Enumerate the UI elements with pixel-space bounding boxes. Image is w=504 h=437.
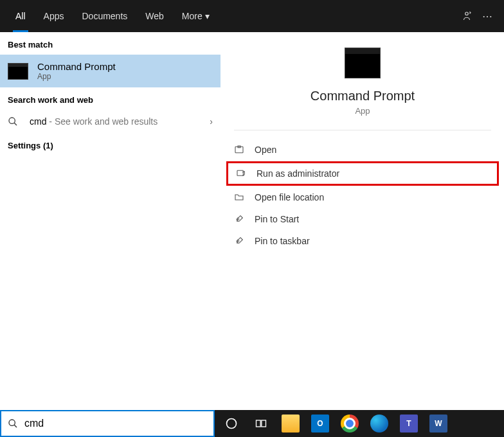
file-explorer-icon[interactable]	[282, 415, 300, 433]
tab-more-label: More	[182, 11, 203, 21]
svg-rect-9	[262, 420, 266, 427]
action-pin-to-taskbar[interactable]: Pin to taskbar	[226, 231, 499, 251]
search-icon	[8, 116, 21, 127]
action-pin-start-label: Pin to Start	[255, 214, 299, 224]
search-icon	[8, 418, 18, 429]
web-search-query: cmd	[30, 116, 46, 127]
web-search-suggestion[interactable]: cmd - See work and web results ›	[0, 110, 221, 133]
action-open-loc-label: Open file location	[255, 192, 324, 202]
svg-line-6	[14, 425, 17, 427]
more-options-icon[interactable]: ⋯	[477, 10, 498, 22]
action-pin-taskbar-label: Pin to taskbar	[255, 236, 310, 246]
search-box[interactable]	[0, 410, 215, 437]
svg-point-7	[227, 419, 237, 429]
task-view-icon[interactable]	[252, 415, 270, 433]
edge-icon[interactable]	[370, 415, 388, 433]
search-input[interactable]	[24, 418, 207, 429]
preview-panel: Command Prompt App Open Run as administr…	[221, 32, 504, 410]
result-command-prompt[interactable]: Command Prompt App	[0, 55, 221, 87]
best-match-heading: Best match	[0, 32, 221, 55]
preview-subtitle: App	[234, 106, 491, 116]
action-pin-to-start[interactable]: Pin to Start	[226, 209, 499, 229]
tab-more[interactable]: More ▾	[173, 0, 219, 32]
preview-app-icon	[345, 48, 381, 78]
svg-line-2	[14, 123, 17, 125]
svg-point-5	[9, 420, 15, 425]
settings-heading: Settings (1)	[0, 133, 221, 156]
outlook-icon[interactable]: O	[311, 415, 329, 433]
results-panel: Best match Command Prompt App Search wor…	[0, 32, 221, 410]
action-open-label: Open	[255, 145, 276, 155]
preview-title: Command Prompt	[234, 89, 491, 103]
tab-all[interactable]: All	[6, 0, 35, 32]
tab-apps[interactable]: Apps	[35, 0, 73, 32]
svg-rect-4	[237, 170, 243, 175]
taskbar: O T W	[215, 410, 504, 437]
folder-icon	[234, 192, 246, 202]
admin-shield-icon	[236, 168, 248, 179]
word-icon[interactable]: W	[429, 415, 447, 433]
action-open[interactable]: Open	[226, 139, 499, 160]
svg-rect-8	[256, 420, 261, 427]
web-search-text: cmd - See work and web results	[30, 116, 201, 127]
action-open-file-location[interactable]: Open file location	[226, 187, 499, 208]
pin-taskbar-icon	[234, 236, 246, 246]
web-search-hint: - See work and web results	[46, 116, 158, 127]
svg-point-0	[465, 12, 469, 15]
teams-icon[interactable]: T	[400, 415, 418, 433]
top-tabs: All Apps Documents Web More ▾ ⋯	[0, 0, 504, 32]
chrome-icon[interactable]	[341, 415, 359, 433]
open-icon	[234, 145, 246, 155]
tab-documents[interactable]: Documents	[73, 0, 136, 32]
cortana-icon[interactable]	[222, 415, 240, 433]
feedback-icon[interactable]	[456, 10, 477, 22]
action-run-admin-label: Run as administrator	[256, 168, 339, 179]
search-work-web-heading: Search work and web	[0, 87, 221, 110]
chevron-right-icon: ›	[210, 116, 213, 127]
result-subtitle: App	[37, 72, 116, 81]
tab-web[interactable]: Web	[136, 0, 173, 32]
action-run-as-administrator[interactable]: Run as administrator	[226, 161, 499, 186]
result-title: Command Prompt	[37, 61, 116, 72]
svg-point-1	[9, 118, 15, 123]
command-prompt-icon	[8, 63, 28, 80]
chevron-down-icon: ▾	[205, 11, 210, 21]
pin-start-icon	[234, 214, 246, 224]
